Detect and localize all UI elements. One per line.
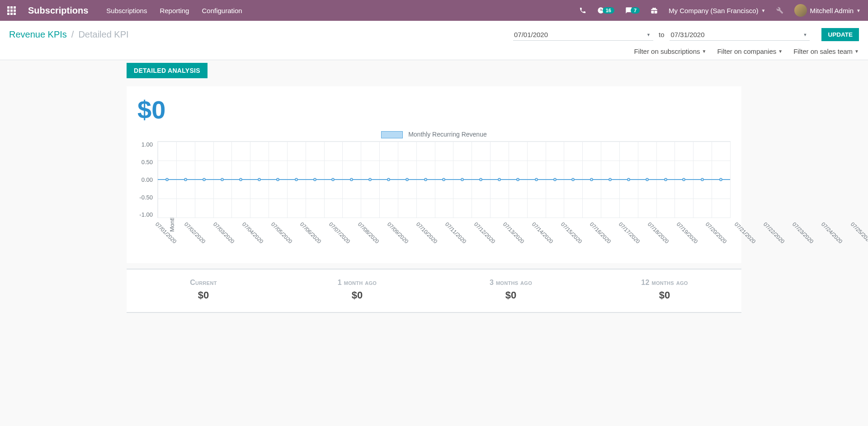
x-tick-label: 07/15/2020 [558, 220, 583, 245]
chart-point[interactable] [258, 178, 261, 181]
x-tick-label: 07/06/2020 [297, 220, 322, 245]
apps-icon[interactable] [7, 6, 15, 14]
systray: 16 7 My Company (San Francisco) ▼ Mitche… [579, 4, 861, 17]
chart-point[interactable] [368, 178, 372, 181]
date-range: to UPDATE [513, 28, 859, 41]
chart-point[interactable] [516, 178, 519, 181]
activities-badge: 16 [603, 7, 614, 14]
update-button[interactable]: UPDATE [821, 28, 859, 41]
x-tick-label: 07/24/2020 [819, 220, 844, 245]
breadcrumb-revenue-kpis[interactable]: Revenue KPIs [9, 29, 67, 40]
filter-subscriptions-label: Filter on subscriptions [634, 47, 700, 55]
chevron-down-icon: ▼ [854, 49, 859, 54]
nav-subscriptions[interactable]: Subscriptions [106, 7, 147, 14]
chart-point[interactable] [221, 178, 224, 181]
x-tick-label: 07/23/2020 [790, 220, 815, 245]
legend-label: Monthly Recurring Revenue [408, 131, 487, 138]
x-tick-label: 07/19/2020 [674, 220, 699, 245]
chart-point[interactable] [276, 178, 279, 181]
chart-legend[interactable]: Monthly Recurring Revenue [137, 131, 731, 138]
y-tick-label: 1.00 [142, 141, 153, 148]
summary-value: $0 [588, 289, 741, 301]
x-tick-label: 07/03/2020 [211, 220, 236, 245]
x-tick-label: 07/10/2020 [414, 220, 439, 245]
phone-icon[interactable] [579, 7, 586, 14]
breadcrumb: Revenue KPIs / Detailed KPI [9, 29, 129, 40]
chart-point[interactable] [331, 178, 335, 181]
chart-point[interactable] [184, 178, 187, 181]
nav-links: Subscriptions Reporting Configuration [106, 7, 242, 14]
x-tick-label: 07/17/2020 [616, 220, 641, 245]
tab-detailed-analysis[interactable]: DETAILED ANALYSIS [127, 63, 208, 78]
x-tick-label: 07/09/2020 [385, 220, 410, 245]
x-tick-label: 07/16/2020 [587, 220, 612, 245]
chart-point[interactable] [498, 178, 501, 181]
user-name: Mitchell Admin [810, 7, 854, 14]
chart-point[interactable] [165, 178, 169, 181]
x-tick-label: 07/08/2020 [356, 220, 381, 245]
chart-point[interactable] [406, 178, 409, 181]
chart-point[interactable] [442, 178, 445, 181]
date-from-input[interactable] [513, 29, 653, 41]
summary-value: $0 [434, 289, 588, 301]
y-tick-label: 0.50 [142, 159, 153, 166]
chart-point[interactable] [627, 178, 630, 181]
summary-value: $0 [127, 289, 280, 301]
brand-title[interactable]: Subscriptions [28, 5, 88, 16]
chart-point[interactable] [424, 178, 427, 181]
chart-point[interactable] [535, 178, 538, 181]
date-to-input[interactable] [670, 29, 810, 41]
x-tick-label: 07/13/2020 [500, 220, 525, 245]
activities-icon[interactable]: 16 [597, 7, 614, 14]
summary-label: Current [127, 279, 280, 287]
filter-subscriptions[interactable]: Filter on subscriptions ▼ [634, 47, 707, 55]
chart-plot[interactable] [157, 141, 731, 218]
summary-label: 12 months ago [588, 279, 741, 287]
chevron-down-icon: ▼ [702, 49, 706, 54]
chart-point[interactable] [479, 178, 482, 181]
x-tick-label: 07/01/2020 [153, 220, 178, 245]
chart-point[interactable] [590, 178, 593, 181]
chart-point[interactable] [609, 178, 612, 181]
chart-point[interactable] [295, 178, 298, 181]
chart-point[interactable] [719, 178, 722, 181]
avatar [794, 4, 807, 17]
debug-icon[interactable] [776, 7, 783, 14]
y-ticks: 1.000.500.00-0.50-1.00 [137, 141, 156, 218]
filter-sales-team[interactable]: Filter on sales team ▼ [793, 47, 859, 55]
discuss-icon[interactable]: 7 [625, 7, 640, 14]
chart-point[interactable] [239, 178, 242, 181]
filter-companies-label: Filter on companies [717, 47, 776, 55]
chart-point[interactable] [350, 178, 353, 181]
y-tick-label: 0.00 [142, 176, 153, 183]
nav-configuration[interactable]: Configuration [202, 7, 242, 14]
chart-card: $0 Monthly Recurring Revenue Monthly Rec… [127, 86, 741, 263]
chart-point[interactable] [553, 178, 557, 181]
x-tick-label: 07/20/2020 [703, 220, 728, 245]
summary-label: 3 months ago [434, 279, 588, 287]
chart-point[interactable] [646, 178, 649, 181]
filter-sales-team-label: Filter on sales team [793, 47, 853, 55]
x-tick-label: 07/11/2020 [443, 220, 467, 245]
chart-point[interactable] [461, 178, 464, 181]
chart-point[interactable] [664, 178, 667, 181]
chart-point[interactable] [682, 178, 685, 181]
summary-col: 3 months ago$0 [434, 279, 588, 301]
chart-point[interactable] [313, 178, 316, 181]
chart-point[interactable] [203, 178, 206, 181]
x-tick-label: 07/21/2020 [732, 220, 757, 245]
company-selector[interactable]: My Company (San Francisco) ▼ [669, 7, 765, 14]
chart-point[interactable] [701, 178, 704, 181]
chart: Monthly Recurring Revenue 1.000.500.00-0… [137, 141, 731, 250]
x-tick-label: 07/18/2020 [645, 220, 670, 245]
summary-label: 1 month ago [280, 279, 434, 287]
chart-point[interactable] [387, 178, 390, 181]
user-menu[interactable]: Mitchell Admin ▼ [794, 4, 861, 17]
gift-icon[interactable] [651, 7, 658, 14]
y-tick-label: -1.00 [139, 211, 153, 218]
control-bar: Revenue KPIs / Detailed KPI to UPDATE Fi… [0, 21, 868, 60]
filter-companies[interactable]: Filter on companies ▼ [717, 47, 783, 55]
summary-col: 1 month ago$0 [280, 279, 434, 301]
chart-point[interactable] [571, 178, 575, 181]
nav-reporting[interactable]: Reporting [160, 7, 189, 14]
